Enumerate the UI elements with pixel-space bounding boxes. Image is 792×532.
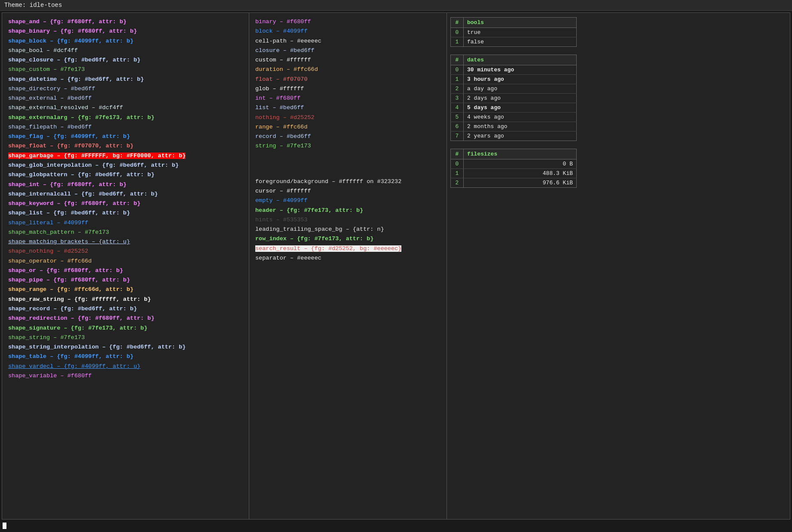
theme-bar: Theme: idle-toes — [0, 0, 792, 11]
filesizes-table: # filesizes 0 0 B 1 488.3 KiB 2 — [450, 149, 577, 188]
line-shape-glob-interpolation: shape_glob_interpolation – {fg: #bed6ff,… — [8, 161, 243, 170]
line-float: float – #f07070 — [255, 75, 440, 84]
filesizes-section: # filesizes 0 0 B 1 488.3 KiB 2 — [450, 149, 577, 188]
dates-idx-7: 7 — [451, 131, 464, 141]
line-nothing: nothing – #d25252 — [255, 113, 440, 122]
line-shape-externalarg: shape_externalarg – {fg: #7fe173, attr: … — [8, 113, 243, 122]
line-shape-external-resolved: shape_external_resolved – #dcf4ff — [8, 103, 243, 113]
dates-idx-3: 3 — [451, 94, 464, 103]
line-shape-block: shape_block – {fg: #4099ff, attr: b} — [8, 37, 243, 46]
line-shape-globpattern: shape_globpattern – {fg: #bed6ff, attr: … — [8, 170, 243, 180]
filesizes-idx-1: 1 — [451, 169, 464, 178]
line-shape-datetime: shape_datetime – {fg: #bed6ff, attr: b} — [8, 75, 243, 84]
line-shape-garbage: shape_garbage – {fg: #FFFFFF, bg: #FF000… — [8, 151, 243, 161]
theme-label: Theme: idle-toes — [4, 2, 62, 9]
bools-col-val: bools — [464, 18, 577, 28]
spacer2 — [255, 160, 440, 168]
bools-val-1: false — [464, 37, 577, 47]
line-shape-and: shape_and – {fg: #f680ff, attr: b} — [8, 17, 243, 27]
dates-val-0: 30 minutes ago — [464, 65, 577, 75]
line-shape-vardecl: shape_vardecl – {fg: #4099ff, attr: u} — [8, 362, 243, 371]
bools-table: # bools 0 true 1 false — [450, 17, 577, 47]
line-shape-or: shape_or – {fg: #f680ff, attr: b} — [8, 266, 243, 275]
line-header: header – {fg: #7fe173, attr: b} — [255, 206, 440, 215]
line-shape-internalcall: shape_internalcall – {fg: #bed6ff, attr:… — [8, 190, 243, 199]
line-duration: duration – #ffc66d — [255, 65, 440, 74]
table-row: 0 30 minutes ago — [451, 65, 577, 75]
table-row: 5 4 weeks ago — [451, 113, 577, 122]
line-shape-raw-string: shape_raw_string – {fg: #ffffff, attr: b… — [8, 295, 243, 304]
line-shape-filepath: shape_filepath – #bed6ff — [8, 122, 243, 132]
dates-idx-1: 1 — [451, 75, 464, 84]
filesizes-col-index: # — [451, 149, 464, 159]
col1: shape_and – {fg: #f680ff, attr: b} shape… — [2, 13, 249, 519]
line-empty: empty – #4099ff — [255, 196, 440, 205]
table-row: 6 2 months ago — [451, 122, 577, 131]
line-shape-matching-brackets: shape_matching_brackets – {attr: u} — [8, 237, 243, 247]
bools-idx-0: 0 — [451, 28, 464, 37]
line-record: record – #bed6ff — [255, 132, 440, 141]
line-glob: glob – #ffffff — [255, 84, 440, 94]
line-shape-string: shape_string – #7fe173 — [8, 333, 243, 342]
line-string: string – #7fe173 — [255, 141, 440, 151]
line-shape-string-interpolation: shape_string_interpolation – {fg: #bed6f… — [8, 342, 243, 352]
line-hints: hints – #535353 — [255, 215, 440, 225]
filesizes-val-1: 488.3 KiB — [464, 169, 577, 178]
line-binary: binary – #f680ff — [255, 17, 440, 27]
line-block: block – #4099ff — [255, 27, 440, 36]
col3: # bools 0 true 1 false — [447, 13, 580, 519]
line-range: range – #ffc66d — [255, 122, 440, 132]
line-shape-table: shape_table – {fg: #4099ff, attr: b} — [8, 352, 243, 361]
line-shape-range: shape_range – {fg: #ffc66d, attr: b} — [8, 285, 243, 294]
line-shape-external: shape_external – #bed6ff — [8, 94, 243, 103]
dates-val-7: 2 years ago — [464, 131, 577, 141]
dates-val-2: a day ago — [464, 84, 577, 94]
bools-col-index: # — [451, 18, 464, 28]
table-row: 1 false — [451, 37, 577, 47]
line-shape-keyword: shape_keyword – {fg: #f680ff, attr: b} — [8, 199, 243, 208]
bools-section: # bools 0 true 1 false — [450, 17, 577, 47]
line-shape-signature: shape_signature – {fg: #7fe173, attr: b} — [8, 324, 243, 333]
filesizes-idx-2: 2 — [451, 178, 464, 188]
table-row: 7 2 years ago — [451, 131, 577, 141]
filesizes-col-val: filesizes — [464, 149, 577, 159]
dates-table: # dates 0 30 minutes ago 1 3 hours ago 2 — [450, 55, 577, 141]
dates-col-val: dates — [464, 55, 577, 65]
table-row: 2 a day ago — [451, 84, 577, 94]
spacer1 — [255, 151, 440, 160]
dates-val-5: 4 weeks ago — [464, 113, 577, 122]
dates-idx-0: 0 — [451, 65, 464, 75]
line-shape-float: shape_float – {fg: #f07070, attr: b} — [8, 141, 243, 151]
dates-val-1: 3 hours ago — [464, 75, 577, 84]
line-shape-flag: shape_flag – {fg: #4099ff, attr: b} — [8, 132, 243, 141]
dates-col-index: # — [451, 55, 464, 65]
dates-idx-2: 2 — [451, 84, 464, 94]
dates-val-4: 5 days ago — [464, 103, 577, 113]
line-cursor: cursor – #ffffff — [255, 187, 440, 196]
line-shape-pipe: shape_pipe – {fg: #f680ff, attr: b} — [8, 275, 243, 285]
dates-val-3: 2 days ago — [464, 94, 577, 103]
table-row: 4 5 days ago — [451, 103, 577, 113]
dates-idx-6: 6 — [451, 122, 464, 131]
dates-idx-4: 4 — [451, 103, 464, 113]
line-shape-list: shape_list – {fg: #bed6ff, attr: b} — [8, 208, 243, 218]
main-container: shape_and – {fg: #f680ff, attr: b} shape… — [2, 12, 790, 520]
line-shape-int: shape_int – {fg: #f680ff, attr: b} — [8, 180, 243, 190]
line-shape-redirection: shape_redirection – {fg: #f680ff, attr: … — [8, 314, 243, 323]
line-fg-bg: foreground/background – #ffffff on #3232… — [255, 177, 440, 187]
line-custom: custom – #ffffff — [255, 55, 440, 65]
line-int: int – #f680ff — [255, 94, 440, 103]
table-row: 0 0 B — [451, 159, 577, 169]
line-separator: separator – #eeeeec — [255, 254, 440, 263]
filesizes-val-0: 0 B — [464, 159, 577, 169]
line-list: list – #bed6ff — [255, 103, 440, 113]
filesizes-idx-0: 0 — [451, 159, 464, 169]
line-shape-closure: shape_closure – {fg: #bed6ff, attr: b} — [8, 55, 243, 65]
spacer3 — [255, 168, 440, 177]
table-row: 2 976.6 KiB — [451, 178, 577, 188]
line-search-result: search_result – {fg: #d25252, bg: #eeeee… — [255, 244, 440, 254]
line-shape-variable: shape_variable – #f680ff — [8, 371, 243, 381]
table-row: 0 true — [451, 28, 577, 37]
line-leading-trailing: leading_trailing_space_bg – {attr: n} — [255, 225, 440, 234]
line-shape-directory: shape_directory – #bed6ff — [8, 84, 243, 94]
